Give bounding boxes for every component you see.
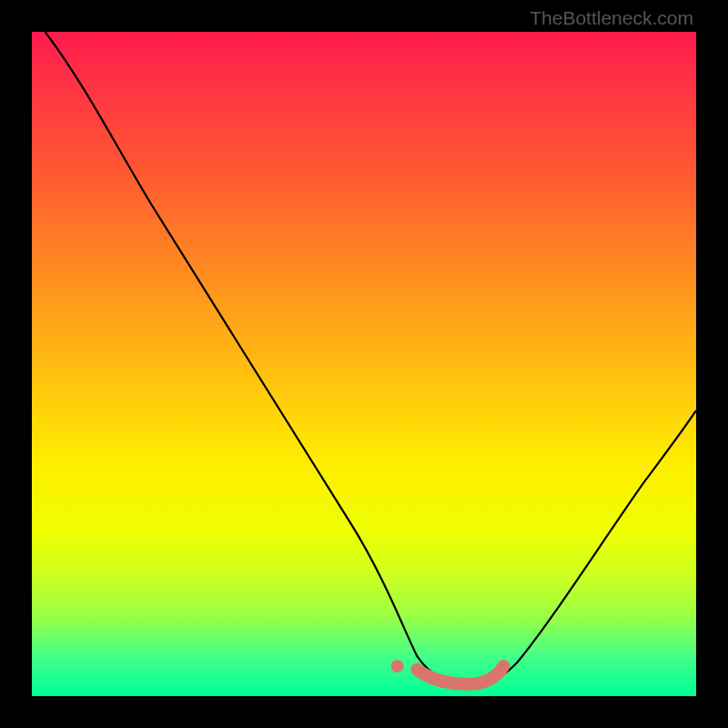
plot-gradient-background xyxy=(32,32,696,696)
watermark-text: TheBottleneck.com xyxy=(530,7,693,29)
chart-container: TheBottleneck.com xyxy=(0,0,728,728)
